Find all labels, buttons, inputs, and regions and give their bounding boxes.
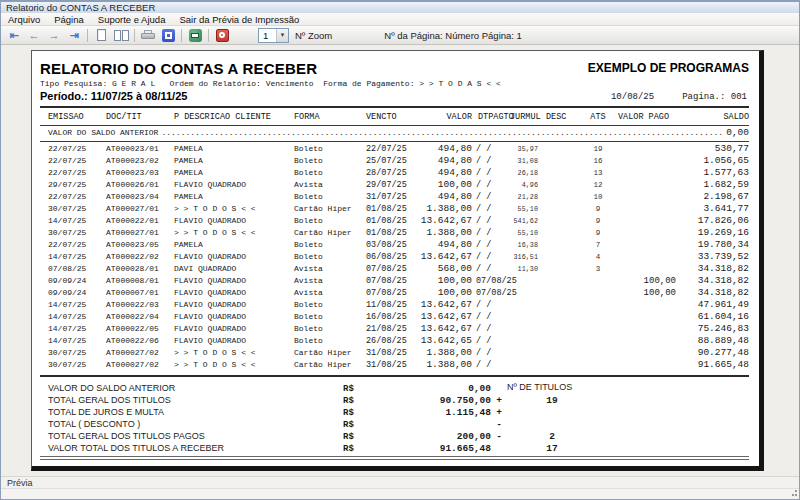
summary-row: TOTAL ( DESCONTO )R$- (40, 418, 749, 430)
page-number: Pagina.: 001 (682, 92, 747, 102)
report-period-row: Período.: 11/07/25 à 08/11/25 10/08/25 P… (40, 90, 749, 102)
status-text: Prévia (7, 478, 33, 488)
column-header-jurmul: JURMUL (510, 112, 538, 122)
export-button[interactable] (185, 27, 205, 43)
opening-balance-row: VALOR DO SALDO ANTERIOR ................… (40, 127, 749, 140)
report-header-row: EMISSAODOC/TITP DESCRICAO CLIENTEFORMAVE… (40, 110, 749, 124)
single-page-view-button[interactable] (91, 27, 111, 43)
next-page-icon: → (49, 30, 60, 41)
zoom-tool-icon (162, 29, 175, 42)
report-filters: Tipo Pesquisa: G E R A L Ordem do Relató… (40, 79, 749, 88)
facing-pages-view-button[interactable] (111, 27, 131, 43)
facing-pages-icon (114, 30, 129, 41)
report-rows: 22/07/25AT000023/01PAMELABoleto22/07/254… (40, 143, 749, 371)
horizontal-scrollbar[interactable] (1, 488, 799, 499)
toolbar-separator (134, 29, 135, 42)
menu-item-sair-da-previa-de-impressao[interactable]: Sair da Prévia de Impressão (172, 14, 306, 25)
table-row: 14/07/25AT000022/04FLAVIO QUADRADOBoleto… (40, 311, 749, 323)
column-header-forma: FORMA (294, 112, 366, 122)
export-icon (189, 29, 202, 42)
table-row: 14/07/25AT000022/02FLAVIO QUADRADOBoleto… (40, 251, 749, 263)
toolbar-separator (87, 29, 88, 42)
table-row: 14/07/25AT000022/03FLAVIO QUADRADOBoleto… (40, 299, 749, 311)
company-name: EXEMPLO DE PROGRAMAS (588, 60, 749, 75)
exit-preview-button[interactable] (212, 27, 232, 43)
column-header-cliente: P DESCRICAO CLIENTE (174, 112, 294, 122)
print-date: 10/08/25 (611, 92, 654, 102)
exit-preview-icon (216, 29, 229, 42)
status-bar: Prévia (1, 476, 799, 488)
single-page-icon (97, 29, 106, 41)
menu-bar: ArquivoPáginaSuporte e AjudaSair da Prév… (1, 13, 799, 26)
table-row: 30/07/25AT000027/01> > T O D O S < <Cart… (40, 203, 749, 215)
print-button[interactable] (138, 27, 158, 43)
rule-thin (40, 125, 749, 126)
table-row: 22/07/25AT000023/01PAMELABoleto22/07/254… (40, 143, 749, 155)
column-header-ats: ATS (578, 112, 618, 122)
table-row: 14/07/25AT000022/01FLAVIO QUADRADOBoleto… (40, 215, 749, 227)
last-page-icon: ⇥ (69, 30, 78, 41)
next-page-button[interactable]: → (44, 27, 64, 43)
column-header-valor: VALOR (416, 112, 472, 122)
toolbar-separator (181, 29, 182, 42)
table-row: 22/07/25AT000023/02PAMELABoleto25/07/254… (40, 155, 749, 167)
rule-thick (40, 375, 749, 377)
summary-row: TOTAL GERAL DOS TITULOSR$90.750,00+19 (40, 394, 749, 406)
page-indicator: Nº da Página: Número Página: 1 (384, 30, 522, 41)
column-header-dtpagto: DTPAGTO (472, 112, 510, 122)
report-end-rule (40, 456, 749, 460)
table-row: 07/08/25AT000028/01DAVI QUADRADOAvista07… (40, 263, 749, 275)
table-row: 22/07/25AT000023/04PAMELABoleto31/07/254… (40, 191, 749, 203)
zoom-select-value: 1 (259, 29, 276, 42)
table-row: 22/07/25AT000023/03PAMELABoleto28/07/254… (40, 167, 749, 179)
first-page-button[interactable]: ⇤ (4, 27, 24, 43)
preview-area: RELATORIO DO CONTAS A RECEBER EXEMPLO DE… (1, 45, 799, 476)
table-row: 30/07/25AT000027/02> > T O D O S < <Cart… (40, 347, 749, 359)
table-row: 30/07/25AT000027/02> > T O D O S < <Cart… (40, 359, 749, 371)
last-page-button[interactable]: ⇥ (64, 27, 84, 43)
summary-row: VALOR DO SALDO ANTERIORR$0,00 (40, 382, 749, 394)
title-bar: Relatorio do CONTAS A RECEBER (1, 1, 799, 13)
table-row: 09/09/24AT000007/01FLAVIO QUADRADOAvista… (40, 287, 749, 299)
titles-count-header: Nº DE TITULOS (507, 382, 572, 392)
zoom-label: Nº Zoom (295, 30, 332, 41)
chevron-down-icon[interactable]: ▼ (276, 29, 288, 42)
first-page-icon: ⇤ (9, 30, 18, 41)
summary-row: TOTAL DE JUROS E MULTAR$1.115,48+ (40, 406, 749, 418)
report-header: RELATORIO DO CONTAS A RECEBER EXEMPLO DE… (40, 60, 749, 77)
zoom-tool-button[interactable] (158, 27, 178, 43)
opening-balance-value: 0,00 (726, 127, 749, 138)
opening-balance-dots: ........................................… (161, 128, 723, 137)
menu-item-suporte-e-ajuda[interactable]: Suporte e Ajuda (91, 14, 173, 25)
table-row: 09/09/24AT000008/01FLAVIO QUADRADOAvista… (40, 275, 749, 287)
summary-row: TOTAL GERAL DOS TITULOS PAGOSR$200,00-2 (40, 430, 749, 442)
report-title: RELATORIO DO CONTAS A RECEBER (40, 60, 317, 77)
column-header-pago: VALOR PAGO (618, 112, 676, 122)
report-page-content: RELATORIO DO CONTAS A RECEBER EXEMPLO DE… (32, 51, 759, 466)
report-period: Período.: 11/07/25 à 08/11/25 (40, 90, 187, 102)
rule-thick (40, 106, 749, 108)
zoom-select[interactable]: 1 ▼ (258, 28, 289, 43)
column-header-desc: DESC (538, 112, 578, 122)
menu-item-arquivo[interactable]: Arquivo (1, 14, 47, 25)
table-row: 30/07/25AT000027/01> > T O D O S < <Cart… (40, 227, 749, 239)
table-row: 22/07/25AT000023/05PAMELABoleto03/08/254… (40, 239, 749, 251)
menu-item-pagina[interactable]: Página (47, 14, 91, 25)
resize-grip-icon[interactable] (789, 489, 797, 497)
report-page: RELATORIO DO CONTAS A RECEBER EXEMPLO DE… (31, 50, 764, 471)
prev-page-button[interactable]: ← (24, 27, 44, 43)
table-row: 14/07/25AT000022/05FLAVIO QUADRADOBoleto… (40, 323, 749, 335)
opening-balance-label: VALOR DO SALDO ANTERIOR (48, 128, 158, 137)
summary-row: VALOR TOTAL DOS TITULOS A RECEBERR$91.66… (40, 442, 749, 454)
column-header-vencto: VENCTO (366, 112, 416, 122)
column-header-saldo: SALDO (676, 112, 749, 122)
toolbar-separator (208, 29, 209, 42)
app-window: Relatorio do CONTAS A RECEBER ArquivoPág… (0, 0, 800, 500)
rule-thin (40, 141, 749, 142)
table-row: 29/07/25AT000026/01FLAVIO QUADRADOAvista… (40, 179, 749, 191)
summary-block: Nº DE TITULOS VALOR DO SALDO ANTERIORR$0… (40, 382, 749, 454)
toolbar: ⇤ ← → ⇥ 1 (1, 26, 799, 45)
report-meta: 10/08/25 Pagina.: 001 (611, 92, 749, 102)
window-title: Relatorio do CONTAS A RECEBER (6, 2, 155, 13)
column-header-doc: DOC/TIT (106, 112, 174, 122)
